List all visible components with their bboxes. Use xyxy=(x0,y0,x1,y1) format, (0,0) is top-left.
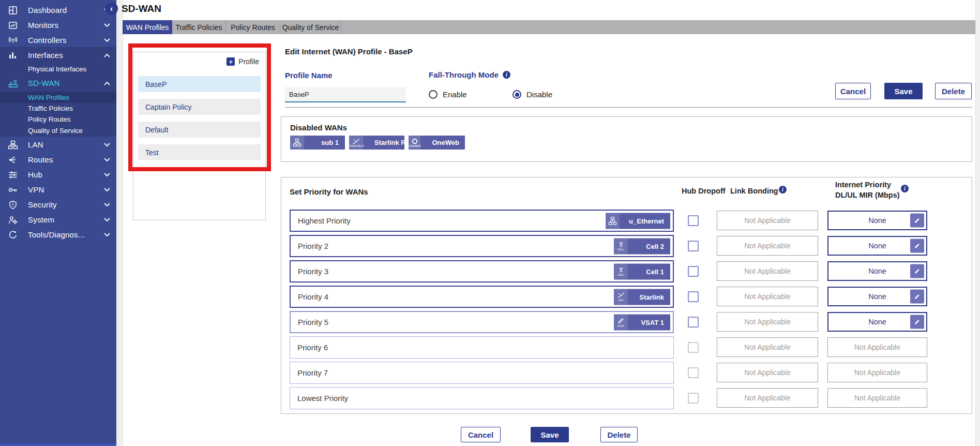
wan-chip-starlink[interactable]: LEO Starlink xyxy=(614,289,670,305)
sidebar-item-label: VPN xyxy=(28,185,44,194)
sidebar-scrollbar[interactable] xyxy=(116,0,123,446)
hub-sliders-icon xyxy=(7,170,19,180)
wan-chip-u-ethernet[interactable]: u_Ethernet xyxy=(606,213,670,229)
sidebar-bottom-accent xyxy=(0,443,116,446)
wan-chip-vsat1[interactable]: VSAT VSAT 1 xyxy=(614,314,670,330)
sidebar-item-policy-routes[interactable]: Policy Routes xyxy=(0,114,116,125)
chip-caption: CELL xyxy=(617,274,624,276)
internet-priority-field[interactable]: None xyxy=(827,312,927,332)
wan-chip-label: Starlink R xyxy=(363,136,412,150)
tab-policy-routes[interactable]: Policy Routes xyxy=(226,20,280,34)
internet-priority-column-header-line2: DL/UL MIR (Mbps) xyxy=(835,191,900,199)
sidebar-item-quality-of-service[interactable]: Quality of Service xyxy=(0,125,116,137)
link-bonding-field: Not Applicable xyxy=(717,211,818,230)
profile-item-label: Default xyxy=(145,126,168,134)
save-button-bottom[interactable]: Save xyxy=(531,427,569,442)
disable-radio[interactable]: Disable xyxy=(512,90,552,99)
internet-priority-value: None xyxy=(868,267,886,275)
profile-item-captain-policy[interactable]: Captain Policy xyxy=(138,99,261,115)
priority-row-5[interactable]: Priority 5 VSAT VSAT 1 xyxy=(290,311,674,333)
sidebar-item-system[interactable]: System xyxy=(0,212,116,227)
profile-item-basep[interactable]: BaseP xyxy=(138,76,261,92)
sidebar-item-sd-wan[interactable]: SD-WAN xyxy=(0,76,116,91)
edit-icon[interactable] xyxy=(910,239,924,253)
sidebar-item-dashboard[interactable]: Dashboard xyxy=(0,3,116,18)
sidebar-item-hub[interactable]: Hub xyxy=(0,167,116,182)
chevron-up-icon xyxy=(104,53,110,57)
priority-row-3[interactable]: Priority 3 CELL Cell 1 xyxy=(290,260,674,283)
sidebar-item-traffic-policies[interactable]: Traffic Policies xyxy=(0,103,116,114)
enable-radio[interactable]: Enable xyxy=(429,90,467,99)
tab-label: WAN Profiles xyxy=(126,23,169,32)
sidebar-item-lan[interactable]: LAN xyxy=(0,137,116,152)
priority-row-highest[interactable]: Highest Priority u_Ethernet xyxy=(290,210,674,232)
info-icon[interactable]: i xyxy=(901,185,909,192)
hub-dropoff-checkbox[interactable] xyxy=(688,241,699,251)
priority-row-lowest[interactable]: Lowest Priority xyxy=(290,387,674,409)
wan-chip-starlink-r[interactable]: STARLINK-R Starlink R xyxy=(349,136,404,150)
hub-dropoff-checkbox[interactable] xyxy=(688,215,699,226)
page-scrollbar[interactable] xyxy=(975,0,980,446)
sidebar-item-tools-diagnostics[interactable]: Tools/Diagnos... xyxy=(0,227,116,242)
priority-row-6[interactable]: Priority 6 xyxy=(290,336,674,359)
add-profile-label: Profile xyxy=(238,57,259,66)
add-profile-button[interactable]: + Profile xyxy=(227,57,259,66)
edit-icon[interactable] xyxy=(910,290,924,304)
internet-priority-field[interactable]: None xyxy=(827,211,927,230)
sidebar-item-security[interactable]: Security xyxy=(0,197,116,212)
cancel-button-top[interactable]: Cancel xyxy=(835,83,871,99)
delete-button-top[interactable]: Delete xyxy=(935,83,972,99)
sidebar-item-monitors[interactable]: Monitors xyxy=(0,18,116,33)
info-icon[interactable]: i xyxy=(503,71,510,79)
wan-chip-cell2[interactable]: CELL Cell 2 xyxy=(614,238,670,254)
priority-row-7[interactable]: Priority 7 xyxy=(290,362,674,384)
radio-selected-icon xyxy=(512,90,521,99)
cancel-button-bottom[interactable]: Cancel xyxy=(461,427,501,442)
profile-item-default[interactable]: Default xyxy=(138,122,261,138)
collapse-sidebar-button[interactable]: ‹ xyxy=(105,2,118,15)
profiles-list-panel: + Profile BaseP Captain Policy Default T… xyxy=(133,52,266,220)
priority-row-label: Highest Priority xyxy=(298,216,351,225)
tab-wan-profiles[interactable]: WAN Profiles xyxy=(123,20,172,34)
refresh-tools-icon xyxy=(7,230,19,240)
tab-quality-of-service[interactable]: Quality of Service xyxy=(280,20,341,34)
link-bonding-field: Not Applicable xyxy=(717,312,818,332)
profile-name-input[interactable] xyxy=(285,87,406,102)
lan-icon xyxy=(7,140,19,150)
wan-chip-oneweb[interactable]: ONEWEB OneWeb xyxy=(409,136,465,150)
internet-priority-column-header-line1: Internet Priority xyxy=(835,181,891,189)
info-icon[interactable]: i xyxy=(779,186,787,194)
hub-dropoff-checkbox[interactable] xyxy=(688,317,699,328)
edit-icon[interactable] xyxy=(910,264,924,278)
fall-through-mode-label: Fall-Through Mode xyxy=(429,70,499,79)
sidebar-item-interfaces[interactable]: Interfaces xyxy=(0,48,116,63)
priority-row-2[interactable]: Priority 2 CELL Cell 2 xyxy=(290,235,674,257)
save-button-top[interactable]: Save xyxy=(884,83,923,99)
tab-traffic-policies[interactable]: Traffic Policies xyxy=(172,20,226,34)
internet-priority-field[interactable]: None xyxy=(827,261,927,281)
internet-priority-value: None xyxy=(868,216,886,225)
delete-button-bottom[interactable]: Delete xyxy=(600,427,638,442)
sidebar-item-wan-profiles[interactable]: WAN Profiles xyxy=(0,92,116,103)
edit-icon[interactable] xyxy=(910,315,924,329)
wan-chip-label: u_Ethernet xyxy=(620,213,670,229)
chevron-down-icon xyxy=(104,143,110,147)
disabled-wans-panel: Disabled WANs sub 1 STARLINK-R Starlink … xyxy=(281,116,972,162)
edit-icon[interactable] xyxy=(910,214,924,228)
internet-priority-field[interactable]: None xyxy=(827,236,927,256)
back-chevron-icon: ‹ xyxy=(110,4,113,13)
priority-row-4[interactable]: Priority 4 LEO Starlink xyxy=(290,286,674,308)
sidebar-item-vpn[interactable]: VPN xyxy=(0,182,116,197)
wan-chip-sub1[interactable]: sub 1 xyxy=(290,136,345,150)
sidebar-item-physical-interfaces[interactable]: Physical Interfaces xyxy=(0,63,116,76)
hub-dropoff-checkbox[interactable] xyxy=(688,266,699,277)
internet-priority-field[interactable]: None xyxy=(827,287,927,306)
chevron-up-icon xyxy=(104,81,110,85)
sidebar-item-controllers[interactable]: Controllers xyxy=(0,33,116,48)
sidebar-item-routes[interactable]: Routes xyxy=(0,152,116,167)
profile-item-test[interactable]: Test xyxy=(138,144,261,160)
hub-dropoff-checkbox[interactable] xyxy=(688,291,699,302)
app-window: Dashboard Monitors Controllers Interface… xyxy=(0,0,980,446)
hub-dropoff-checkbox-disabled xyxy=(688,342,699,353)
wan-chip-cell1[interactable]: CELL Cell 1 xyxy=(614,263,670,279)
